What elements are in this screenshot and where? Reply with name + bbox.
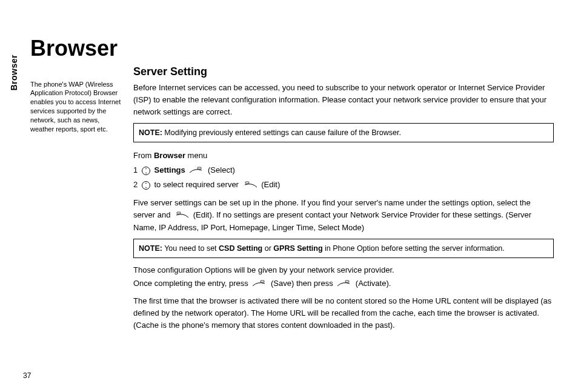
- svg-point-1: [145, 168, 147, 170]
- softkey-left-icon: [174, 210, 190, 222]
- step-2: 2 to select required server (Edit): [133, 178, 554, 192]
- note2-pre: You need to set: [162, 244, 219, 253]
- para4a: Once completing the entry, press: [133, 279, 250, 288]
- chapter-title: Browser: [30, 36, 554, 61]
- svg-point-5: [145, 183, 147, 184]
- side-tab-label: Browser: [9, 55, 19, 91]
- svg-point-4: [142, 182, 150, 190]
- aside-text: The phone's WAP (Wireless Application Pr…: [30, 80, 122, 134]
- step2-action: (Edit): [261, 180, 280, 189]
- note-label: NOTE:: [139, 244, 162, 253]
- nav-key-icon: [141, 178, 151, 192]
- steps-block: From Browser menu 1 Settings (Select) 2: [133, 148, 554, 192]
- note-box-2: NOTE: You need to set CSD Setting or GPR…: [133, 239, 554, 258]
- svg-rect-9: [261, 281, 264, 282]
- softkey-right-icon: [188, 163, 204, 177]
- svg-rect-10: [345, 281, 349, 282]
- right-column: Server Setting Before Internet services …: [133, 65, 554, 337]
- content-row: The phone's WAP (Wireless Application Pr…: [30, 65, 554, 337]
- left-column: The phone's WAP (Wireless Application Pr…: [30, 65, 133, 141]
- svg-point-2: [145, 173, 147, 174]
- svg-rect-3: [198, 167, 201, 169]
- paragraph-3: Those configuration Options will be give…: [133, 264, 554, 276]
- svg-point-0: [142, 167, 150, 174]
- page: Browser Browser The phone's WAP (Wireles…: [0, 0, 578, 392]
- note2-b2: GPRS Setting: [273, 244, 322, 253]
- step2-num: 2: [133, 180, 138, 189]
- page-number: 37: [23, 371, 31, 380]
- paragraph-5: The first time that the browser is activ…: [133, 295, 554, 331]
- from-line: From Browser menu: [133, 148, 554, 162]
- paragraph-2: Five server settings can be set up in th…: [133, 197, 554, 234]
- intro-paragraph: Before Internet services can be accessed…: [133, 82, 554, 118]
- svg-point-6: [145, 187, 147, 188]
- svg-rect-7: [245, 182, 249, 184]
- nav-key-icon: [141, 163, 151, 177]
- from-suffix: menu: [185, 151, 207, 160]
- softkey-left-icon: [242, 178, 258, 192]
- note-text: Modifying previously entered settings ca…: [162, 128, 401, 137]
- step1-action: (Select): [208, 165, 235, 174]
- step1-bold: Settings: [154, 165, 185, 174]
- svg-rect-8: [177, 212, 181, 214]
- from-bold: Browser: [154, 151, 185, 160]
- step-1: 1 Settings (Select): [133, 163, 554, 178]
- para4b: (Save) then press: [268, 279, 335, 288]
- softkey-right-icon: [251, 278, 267, 290]
- note-box-1: NOTE: Modifying previously entered setti…: [133, 123, 554, 142]
- from-prefix: From: [133, 151, 154, 160]
- paragraph-4: Once completing the entry, press (Save) …: [133, 277, 554, 290]
- para4c: (Activate).: [353, 279, 391, 288]
- note2-mid: or: [262, 244, 273, 253]
- note2-b1: CSD Setting: [219, 244, 262, 253]
- step2-text: to select required server: [154, 180, 238, 189]
- softkey-right-icon: [336, 278, 352, 290]
- note2-post: in Phone Option before setting the serve…: [323, 244, 505, 253]
- step1-num: 1: [133, 165, 138, 174]
- section-title: Server Setting: [133, 65, 554, 78]
- para2b: (Edit). If no settings are present conta…: [133, 210, 531, 232]
- note-label: NOTE:: [139, 128, 162, 137]
